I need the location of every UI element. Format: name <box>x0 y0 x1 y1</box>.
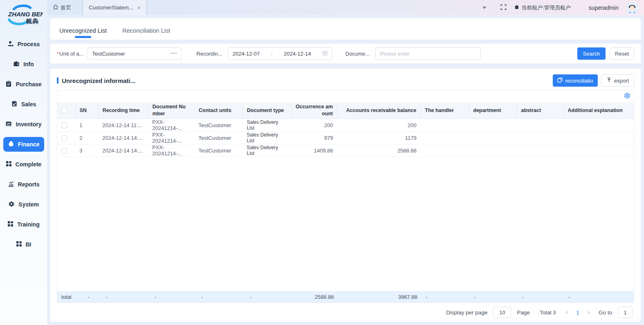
select-all-checkbox[interactable] <box>61 108 67 113</box>
sidebar-item-system[interactable]: System <box>3 197 44 212</box>
avatar[interactable] <box>626 2 638 14</box>
date-range-picker[interactable]: 2024-12-07 - 2024-12-14 <box>228 47 332 60</box>
tenant-label: 当前租户:管理员租户 <box>521 4 571 11</box>
tab-title: CustomerStatem... <box>89 4 133 11</box>
column-settings-icon[interactable] <box>624 92 630 101</box>
close-icon[interactable]: × <box>137 4 140 11</box>
col-handler[interactable]: The handler <box>421 102 469 119</box>
next-page-icon[interactable]: › <box>588 309 590 316</box>
table-row[interactable]: 2 2024-12-14 14:... PXX-20241214-... Tes… <box>57 132 634 144</box>
sidebar-item-complete[interactable]: Complete <box>3 157 44 172</box>
table-row[interactable]: 1 2024-12-14 11:... PXX-20241214-... Tes… <box>57 119 634 132</box>
pagination: Display per page Page Total 3 ‹ 1 › Go t… <box>57 303 634 322</box>
reconciliation-button[interactable]: reconciliatio <box>553 74 598 87</box>
topbar-right: 当前租户:管理员租户 superadmin <box>482 2 638 14</box>
sidebar-item-process[interactable]: Process <box>3 37 44 52</box>
money-bag-icon <box>8 141 14 148</box>
chevron-down-icon[interactable] <box>482 7 486 9</box>
person-icon <box>7 40 14 48</box>
goto-label: Go to <box>599 309 612 316</box>
sidebar: ZHANG BEN 账犇 Process Info Purchase Sales <box>0 0 47 325</box>
sidebar-item-purchase[interactable]: Purchase <box>3 77 44 92</box>
date-start[interactable]: 2024-12-07 <box>232 51 260 57</box>
col-document-number[interactable]: Document Number <box>148 102 194 119</box>
sidebar-item-finance[interactable]: Finance <box>3 137 44 152</box>
sidebar-item-label: System <box>18 201 39 208</box>
col-document-type[interactable]: Document type <box>243 102 291 119</box>
wallet-icon <box>13 61 20 68</box>
ellipsis-icon: ••• <box>171 51 178 56</box>
topbar: 首页 CustomerStatem... × 当前租户:管理员租户 supera… <box>47 0 644 15</box>
sidebar-item-sales[interactable]: Sales <box>3 97 44 112</box>
sidebar-item-inventory[interactable]: Inventory <box>3 117 44 132</box>
current-page[interactable]: 1 <box>574 309 582 316</box>
goto-page-input[interactable] <box>618 307 633 318</box>
total-balance: 3967.88 <box>338 294 421 300</box>
sidebar-item-label: Inventory <box>16 121 41 128</box>
open-page-tab[interactable]: CustomerStatem... × <box>83 0 147 15</box>
col-sn[interactable]: SN <box>75 102 98 119</box>
sidebar-item-training[interactable]: Training <box>3 217 44 232</box>
chart-box-icon <box>5 121 12 128</box>
tenant-indicator[interactable]: 当前租户:管理员租户 <box>514 4 571 11</box>
breadcrumb-home[interactable]: 首页 <box>53 4 71 11</box>
row-checkbox[interactable] <box>61 135 67 141</box>
sidebar-item-label: Finance <box>18 141 40 148</box>
grid-icon <box>6 161 12 168</box>
col-recording-time[interactable]: Recording time <box>98 102 148 119</box>
col-contact-units[interactable]: Contact units <box>194 102 243 119</box>
row-checkbox[interactable] <box>61 148 67 154</box>
note-check-icon <box>11 101 18 108</box>
col-department[interactable]: department <box>469 102 517 119</box>
page-word: Page <box>517 309 530 316</box>
col-abstract[interactable]: abstract <box>517 102 563 119</box>
content: Unrecognized List Reconciliation List *U… <box>47 15 644 325</box>
clipboard-check-icon <box>5 81 12 88</box>
trend-chart-icon <box>8 181 14 188</box>
table-toolbar <box>57 90 634 102</box>
section-actions: reconciliatio export <box>553 74 634 87</box>
grid-icon <box>7 221 14 228</box>
app-window: ZHANG BEN 账犇 Process Info Purchase Sales <box>0 0 644 325</box>
title-accent-bar <box>57 77 59 84</box>
records-table: SN Recording time Document Number Contac… <box>57 102 634 157</box>
prev-page-icon[interactable]: ‹ <box>566 309 568 316</box>
sidebar-item-label: Purchase <box>16 81 41 87</box>
table-header-row: SN Recording time Document Number Contac… <box>57 102 634 119</box>
data-grid: SN Recording time Document Number Contac… <box>57 102 634 303</box>
document-input[interactable]: Please enter <box>375 47 481 60</box>
sidebar-item-reports[interactable]: Reports <box>3 177 44 192</box>
col-additional[interactable]: Additional explanation <box>563 102 634 119</box>
sidebar-item-info[interactable]: Info <box>3 57 44 72</box>
filter-bar: *Unit of a... TestCustomer ••• Recordin.… <box>50 44 641 63</box>
username[interactable]: superadmin <box>589 4 619 11</box>
page-size-input[interactable] <box>493 307 511 318</box>
col-occurrence-amount[interactable]: Occurrence amount <box>291 102 337 119</box>
col-balance[interactable]: Accounts receivable balance <box>337 102 421 119</box>
gear-icon <box>8 201 15 208</box>
table-row[interactable]: 3 2024-12-14 14:... PXX-20241214-... Tes… <box>57 144 634 157</box>
calendar-icon <box>322 50 328 57</box>
tab-unrecognized-list[interactable]: Unrecognized List <box>59 27 107 40</box>
grid-icon <box>16 241 22 248</box>
home-icon <box>53 4 59 11</box>
date-end[interactable]: 2024-12-14 <box>284 51 311 57</box>
unrecognized-info-panel: Unrecognized informati... reconciliatio … <box>50 69 641 322</box>
sidebar-item-label: Sales <box>21 101 36 108</box>
export-button[interactable]: export <box>601 74 634 87</box>
sidebar-item-label: Reports <box>18 181 40 188</box>
sidebar-item-bi[interactable]: BI <box>3 237 44 252</box>
sidebar-item-label: Process <box>18 41 40 47</box>
search-button[interactable]: Search <box>577 47 606 60</box>
svg-text:账犇: 账犇 <box>26 18 39 25</box>
tab-reconciliation-list[interactable]: Reconciliation List <box>122 27 170 40</box>
row-checkbox[interactable] <box>61 123 67 128</box>
reset-button[interactable]: Reset <box>610 47 634 60</box>
unit-select[interactable]: TestCustomer ••• <box>88 47 182 60</box>
svg-text:ZHANG BEN: ZHANG BEN <box>8 11 43 18</box>
sidebar-item-label: Complete <box>16 161 42 168</box>
copy-icon <box>557 77 563 84</box>
total-occurrence-amount: 2588.88 <box>290 294 338 300</box>
total-label: total <box>57 294 83 300</box>
fullscreen-icon[interactable] <box>500 4 507 11</box>
